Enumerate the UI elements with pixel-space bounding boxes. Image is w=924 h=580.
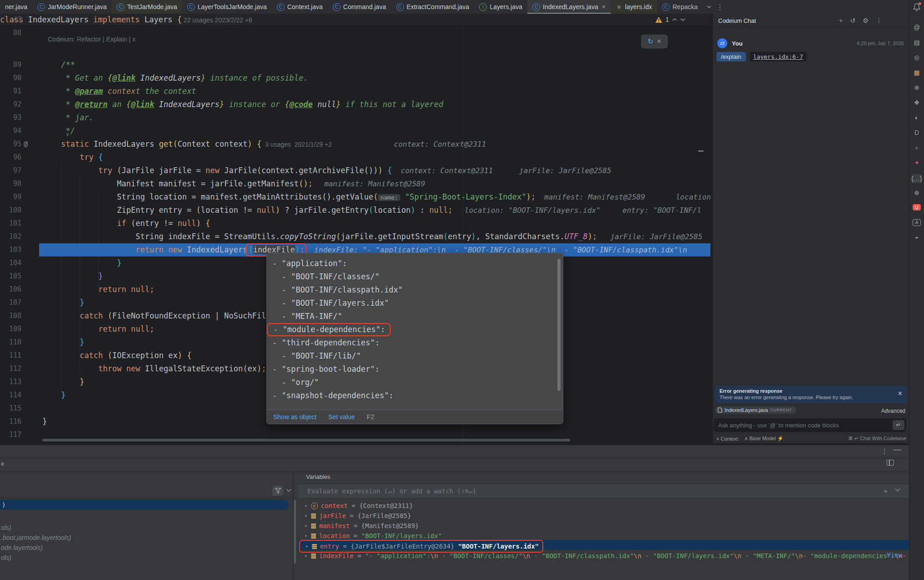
interface-icon: I xyxy=(479,3,487,11)
codeium-sync-icon[interactable]: ↻ xyxy=(648,37,653,46)
notification-dot xyxy=(919,2,921,5)
ai-inlay-chevron-icon[interactable]: ∨ xyxy=(66,131,70,138)
base-model-selector[interactable]: ∧ Base Model ⚡ xyxy=(744,436,783,441)
variable-row-context[interactable]: ▸pcontext = {Context@2311} xyxy=(298,500,909,510)
stack-frame-fragment[interactable]: ols) xyxy=(0,553,11,563)
next-warning-icon[interactable] xyxy=(680,18,685,21)
tab-ner.java[interactable]: ner.java xyxy=(0,0,32,14)
debug-more-icon[interactable]: ⋮ xyxy=(881,447,888,456)
spark-ai-icon[interactable]: ✦ xyxy=(909,159,924,166)
tab-Context.java[interactable]: CContext.java xyxy=(272,0,328,14)
documentation-icon[interactable]: D xyxy=(909,129,924,136)
settings-gear-icon[interactable]: ⚙ xyxy=(863,17,868,24)
show-as-object-link[interactable]: Show as object xyxy=(273,413,317,421)
add-context-button[interactable]: + Context xyxy=(716,436,738,441)
debug-tool-window: ⋮ — e Variables + ) ols).boot.jarmode.la… xyxy=(0,444,909,580)
tab-ExtractCommand.java[interactable]: CExtractCommand.java xyxy=(391,0,475,14)
gutter-annotation-icon[interactable]: @ xyxy=(24,138,28,151)
expand-chevron-icon[interactable]: ▸ xyxy=(305,551,308,561)
tab-TestJarMode.java[interactable]: CTestJarMode.java xyxy=(112,0,182,14)
filter-chevron-icon[interactable] xyxy=(286,488,291,492)
view-value-link[interactable]: View xyxy=(887,550,902,560)
current-file-chip[interactable]: IndexedLayers.java CURRENT xyxy=(715,406,796,414)
selected-stack-frame[interactable]: ) xyxy=(0,500,289,510)
history-icon[interactable]: ↺ xyxy=(850,17,856,24)
popup-scrollbar[interactable] xyxy=(557,259,561,391)
gradle-icon[interactable]: ◎ xyxy=(909,54,924,61)
tab-IndexedLayers.java[interactable]: CIndexedLayers.java× xyxy=(527,0,611,14)
annotation-box-module-dependencies: - "module-dependencies": xyxy=(267,323,391,336)
set-value-link[interactable]: Set value xyxy=(328,413,355,421)
variable-row-entry[interactable]: ▸entry = {JarFile$JarFileEntry@2634} "BO… xyxy=(298,540,909,550)
shuriken-plugin-icon[interactable]: ❖ xyxy=(909,99,924,106)
tab-layers.idx[interactable]: ≡layers.idx xyxy=(611,0,657,14)
variable-row-manifest[interactable]: ▸manifest = {Manifest@2589} xyxy=(298,520,909,530)
dismiss-icon[interactable]: × xyxy=(657,37,661,46)
tabs-more-icon[interactable]: ⋮ xyxy=(716,3,724,11)
frames-filter-chip[interactable] xyxy=(272,486,283,496)
tab-JarModeRunner.java[interactable]: CJarModeRunner.java xyxy=(32,0,112,14)
layered-circle-icon[interactable]: ◐ xyxy=(909,114,924,121)
class-icon: C xyxy=(333,3,341,11)
chat-input-wrap: ↵ xyxy=(714,418,906,432)
chat-input[interactable] xyxy=(714,418,906,432)
codeium-inline-actions[interactable]: Codeium: Refactor | Explain | x xyxy=(48,36,135,43)
ide-window: ner.javaCJarModeRunner.javaCTestJarMode.… xyxy=(0,0,924,580)
codeium-chat-panel: Codeium Chat + ↺ ⚙ ⋮ zZ You 6:20 pm, Jan… xyxy=(712,14,910,443)
dictionary-icon[interactable]: A xyxy=(913,219,921,226)
parameter-icon: p xyxy=(311,503,318,509)
globe-icon[interactable]: ⊕ xyxy=(909,189,924,196)
red-notebook-icon[interactable]: U xyxy=(913,204,921,210)
evaluate-expression-input[interactable] xyxy=(298,484,909,498)
inspection-widget[interactable]: 1 xyxy=(655,16,685,23)
chat-with-codebase[interactable]: ⌘ ↵ Chat With Codebase xyxy=(848,436,906,441)
chat-more-icon[interactable]: ⋮ xyxy=(876,17,882,24)
class-icon: C xyxy=(662,3,670,11)
error-close-icon[interactable]: ✕ xyxy=(898,390,903,397)
frames-scrollbar[interactable] xyxy=(294,500,296,564)
expand-chevron-icon[interactable]: ▸ xyxy=(305,501,308,511)
tab-Layers.java[interactable]: ILayers.java xyxy=(474,0,527,14)
editor-floating-toolbar[interactable]: ↻ × xyxy=(641,35,668,48)
new-chat-icon[interactable]: + xyxy=(839,17,843,24)
minimize-icon[interactable]: — xyxy=(893,445,901,454)
close-tab-icon[interactable]: × xyxy=(602,3,605,10)
code-line-101: 101 if (entry != null) { xyxy=(0,217,710,230)
layout-settings-icon[interactable] xyxy=(887,460,894,466)
variable-row-jarFile[interactable]: ▸jarFile = {JarFile@2585} xyxy=(298,510,909,520)
expand-chevron-icon[interactable]: ▸ xyxy=(305,511,308,521)
scrollbar-mark xyxy=(698,150,704,152)
database-icon[interactable]: ▤ xyxy=(909,39,924,46)
evaluate-chevron-icon[interactable] xyxy=(895,488,900,492)
send-enter-button[interactable]: ↵ xyxy=(893,420,904,430)
ai-at-icon[interactable]: @ xyxy=(909,24,924,31)
bird-plugin-icon[interactable]: ● xyxy=(909,144,924,151)
layers-circle2-icon[interactable]: ◓ xyxy=(909,234,924,241)
tab-LayerToolsJarMode.java[interactable]: CLayerToolsJarMode.java xyxy=(182,0,272,14)
stack-frame-fragment[interactable]: .boot.jarmode.layertools) xyxy=(0,533,71,543)
code-line-90: 90 * Get an {@link IndexedLayers} instan… xyxy=(0,72,710,85)
add-watch-icon[interactable]: + xyxy=(883,487,888,495)
stack-frame-fragment[interactable]: ols) xyxy=(0,523,11,533)
variable-row-indexFile[interactable]: ▸indexFile = "- "application":\n - "BOOT… xyxy=(298,550,909,560)
variable-row-location[interactable]: ▸location = "BOOT-INF/layers.idx" xyxy=(298,530,909,540)
circle-x-plugin-icon[interactable]: ⊗ xyxy=(909,84,924,91)
endpoints-icon[interactable]: {…} xyxy=(911,174,922,183)
code-reference-chip[interactable]: layers.idx:6-7 xyxy=(750,52,807,62)
code-editor[interactable]: 89 /**90 * Get an {@link IndexedLayers} … xyxy=(0,14,710,444)
chevron-down-icon[interactable] xyxy=(706,4,712,10)
expand-chevron-icon[interactable]: ▸ xyxy=(305,531,308,541)
package-plugin-icon[interactable]: ▦ xyxy=(909,69,924,76)
divider xyxy=(0,458,909,458)
error-title: Error generating response xyxy=(720,388,903,394)
advanced-link[interactable]: Advanced xyxy=(881,408,905,414)
divider xyxy=(298,483,909,484)
tab-Command.java[interactable]: CCommand.java xyxy=(328,0,391,14)
horizontal-scrollbar[interactable] xyxy=(42,439,570,441)
tab-label: TestJarMode.java xyxy=(127,3,177,10)
stack-frame-fragment[interactable]: ode.layertools) xyxy=(0,543,43,553)
code-line-89: 89 /** xyxy=(0,58,710,72)
expand-chevron-icon[interactable]: ▸ xyxy=(305,521,308,531)
prev-warning-icon[interactable] xyxy=(672,18,677,21)
tab-Repacka[interactable]: CRepacka xyxy=(657,0,703,14)
